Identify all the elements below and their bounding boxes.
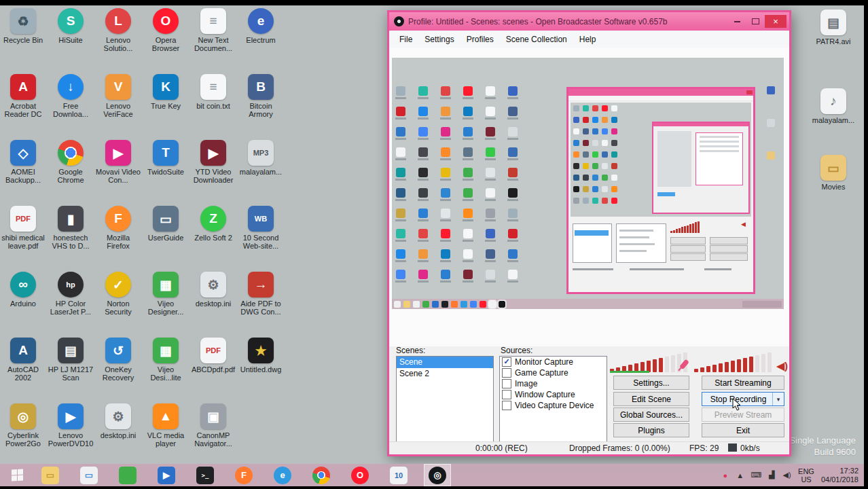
- preview-nested-icon: [583, 163, 589, 169]
- desktop-icon-hp-lj-m1217-scan[interactable]: ▤HP LJ M1217 Scan: [48, 338, 94, 382]
- taskbar-item-notes-app[interactable]: [114, 464, 141, 486]
- desktop-icon-aomei-backupp[interactable]: ◇AOMEI Backupp...: [0, 140, 46, 184]
- desktop-icon-userguide[interactable]: ▭UserGuide: [143, 206, 189, 242]
- source-item-game-capture[interactable]: Game Capture: [500, 367, 607, 378]
- menu-profiles[interactable]: Profiles: [460, 32, 500, 47]
- desktop-icon-movies[interactable]: ▭Movies: [810, 155, 856, 191]
- menu-help[interactable]: Help: [573, 32, 602, 47]
- edit-scene-button[interactable]: Edit Scene: [613, 392, 689, 406]
- stop-recording-dropdown[interactable]: ▾: [772, 393, 784, 405]
- taskbar-item-libraries-folder[interactable]: ▭: [75, 464, 103, 486]
- checkbox-video-capture-device[interactable]: [502, 401, 511, 410]
- source-item-window-capture[interactable]: Window Capture: [500, 389, 607, 400]
- desktop-icon-desktop-ini[interactable]: ⚙desktop.ini: [95, 403, 141, 439]
- desktop-icon-twidosuite[interactable]: TTwidoSuite: [143, 140, 189, 176]
- global-sources-button[interactable]: Global Sources...: [613, 408, 689, 422]
- desktop-icon-mozilla-firefox[interactable]: FMozilla Firefox: [95, 206, 141, 250]
- keyboard-icon[interactable]: ⌨: [751, 471, 761, 479]
- desktop-icon-lenovo-solutio[interactable]: LLenovo Solutio...: [95, 8, 141, 52]
- desktop-icon-bitcoin-armory[interactable]: BBitcoin Armory: [238, 74, 284, 118]
- start-streaming-button[interactable]: Start Streaming: [702, 376, 784, 390]
- desktop-icon-10-second-web-site[interactable]: WB10 Second Web-site...: [238, 206, 284, 250]
- taskbar-item-opera[interactable]: O: [346, 464, 374, 486]
- desktop-icon-aide-pdf-to-dwg-con[interactable]: →Aide PDF to DWG Con...: [238, 272, 284, 316]
- scenes-listbox[interactable]: SceneScene 2: [396, 356, 494, 443]
- maximize-button[interactable]: [746, 15, 765, 28]
- taskbar-item-chrome[interactable]: [308, 464, 335, 486]
- taskbar-item-firefox[interactable]: F: [230, 464, 257, 486]
- minimize-button[interactable]: [728, 15, 746, 28]
- desktop-icon-true-key[interactable]: KTrue Key: [143, 74, 189, 110]
- menu-file[interactable]: File: [393, 32, 418, 47]
- taskbar-item-wb10[interactable]: 10: [385, 464, 412, 486]
- scene-item-scene[interactable]: Scene: [397, 357, 493, 368]
- taskbar-item-file-explorer[interactable]: ▭: [37, 464, 64, 486]
- record-tray-icon[interactable]: ●: [721, 471, 729, 479]
- checkbox-monitor-capture[interactable]: ✓: [502, 357, 511, 367]
- desktop-icon-lenovo-powerdvd10[interactable]: ▶Lenovo PowerDVD10: [48, 403, 94, 448]
- settings-button[interactable]: Settings...: [613, 376, 689, 390]
- desktop-icon-opera-browser[interactable]: OOpera Browser: [143, 8, 189, 52]
- hidden-icons-arrow[interactable]: ▲: [736, 471, 744, 479]
- menu-settings[interactable]: Settings: [418, 32, 460, 47]
- taskbar-item-command-prompt[interactable]: >_: [192, 464, 219, 486]
- desktop-icon-cyberlink-power2go[interactable]: ◎Cyberlink Power2Go: [0, 403, 46, 448]
- desktop-icon-free-downloa[interactable]: ↓Free Downloa...: [48, 74, 94, 118]
- source-item-video-capture-device[interactable]: Video Capture Device: [500, 400, 607, 411]
- close-button[interactable]: ×: [765, 15, 786, 28]
- desktop-icon-hp-color-laserjet-p[interactable]: hpHP Color LaserJet P...: [48, 272, 94, 316]
- desktop-icon-new-text-documen[interactable]: ≡New Text Documen...: [190, 8, 236, 52]
- desktop-icon-ytd-video-downloader[interactable]: ▶YTD Video Downloader: [190, 140, 236, 184]
- desktop-icon-abcdpdf-pdf[interactable]: PDFABCDpdf.pdf: [190, 338, 236, 374]
- preview-nested-meter-bar: [679, 228, 681, 233]
- desktop-icon-arduino[interactable]: ∞Arduino: [0, 272, 46, 308]
- source-item-image[interactable]: Image: [500, 378, 607, 389]
- obs-title-bar[interactable]: Profile: Untitled - Scenes: scenes - Ope…: [389, 12, 789, 31]
- taskbar-item-obs[interactable]: ◎: [424, 464, 451, 486]
- desktop-icon-vijeo-desi-lite[interactable]: ▦Vijeo Desi...lite: [143, 338, 189, 382]
- preview-nested-icon: [602, 128, 608, 134]
- bit-coin-txt-icon: ≡: [200, 74, 226, 100]
- taskbar-clock[interactable]: 17:32 04/01/2018: [821, 467, 858, 484]
- desktop-icon-movavi-video-con[interactable]: ▶Movavi Video Con...: [95, 140, 141, 184]
- desktop-icon-zello-soft-2[interactable]: ZZello Soft 2: [190, 206, 236, 242]
- desktop-icon-acrobat-reader-dc[interactable]: AAcrobat Reader DC: [0, 74, 46, 118]
- language-indicator[interactable]: ENG US: [798, 467, 814, 484]
- desktop-icon-google-chrome[interactable]: Google Chrome: [48, 140, 94, 184]
- desktop-icon-electrum[interactable]: eElectrum: [238, 8, 284, 44]
- desktop-icon-norton-security[interactable]: ✓Norton Security: [95, 272, 141, 316]
- menu-scene-collection[interactable]: Scene Collection: [500, 32, 573, 47]
- checkbox-image[interactable]: [502, 379, 511, 388]
- source-label: Video Capture Device: [515, 401, 594, 410]
- mic-level-indicator: [610, 371, 649, 373]
- taskbar-item-internet-explorer[interactable]: e: [269, 464, 296, 486]
- desktop-icon-malayalam[interactable]: ♪malayalam...: [810, 88, 856, 124]
- desktop-icon-vijeo-designer[interactable]: ▦Vijeo Designer...: [143, 272, 189, 316]
- desktop-icon-recycle-bin[interactable]: ♻Recycle Bin: [0, 8, 46, 44]
- desktop-icon-honestech-vhs-to-d[interactable]: ▮honestech VHS to D...: [48, 206, 94, 250]
- exit-button[interactable]: Exit: [702, 423, 784, 437]
- desktop-icon-shibi-medical-leave-pdf[interactable]: PDFshibi medical leave.pdf: [0, 206, 46, 250]
- sources-listbox[interactable]: ✓Monitor CaptureGame CaptureImageWindow …: [499, 356, 607, 443]
- desktop-icon-bit-coin-txt[interactable]: ≡bit coin.txt: [190, 74, 236, 110]
- scene-item-scene-2[interactable]: Scene 2: [397, 368, 493, 380]
- desktop-icon-canonmp-navigator[interactable]: ▣CanonMP Navigator...: [190, 403, 236, 448]
- desktop-icon-patr4-avi[interactable]: ▤PATR4.avi: [810, 10, 856, 46]
- desktop-icon-desktop-ini[interactable]: ⚙desktop.ini: [190, 272, 236, 308]
- volume-icon[interactable]: ◀): [782, 471, 791, 479]
- taskbar-item-media-app[interactable]: ▶: [153, 464, 180, 486]
- desktop-icon-autocad-2002[interactable]: AAutoCAD 2002: [0, 338, 46, 382]
- aide-pdf-to-dwg-con-icon: →: [248, 272, 274, 297]
- plugins-button[interactable]: Plugins: [613, 423, 689, 437]
- checkbox-window-capture[interactable]: [502, 390, 511, 399]
- source-item-monitor-capture[interactable]: ✓Monitor Capture: [500, 357, 607, 367]
- desktop-icon-hisuite[interactable]: SHiSuite: [48, 8, 94, 44]
- desktop-icon-untitled-dwg[interactable]: ★Untitled.dwg: [238, 338, 284, 374]
- desktop-icon-onekey-recovery[interactable]: ↺OneKey Recovery: [95, 338, 141, 382]
- start-button[interactable]: [0, 464, 34, 486]
- desktop-icon-malayalam[interactable]: MP3malayalam...: [238, 140, 284, 176]
- desktop-icon-vlc-media-player[interactable]: ▲VLC media player: [143, 403, 189, 448]
- desktop-icon-lenovo-veriface[interactable]: VLenovo VeriFace: [95, 74, 141, 118]
- checkbox-game-capture[interactable]: [502, 368, 511, 378]
- network-icon[interactable]: ▟: [767, 471, 776, 479]
